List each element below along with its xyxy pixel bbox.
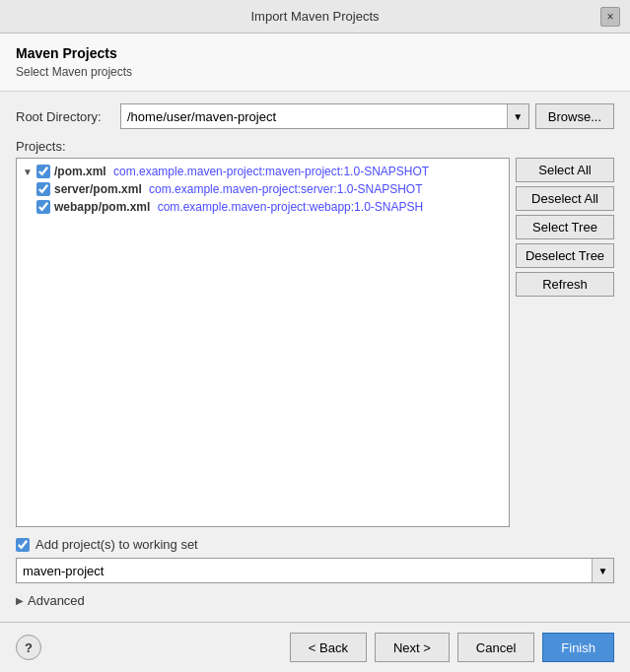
side-buttons: Select All Deselect All Select Tree Dese…: [516, 158, 614, 527]
working-set-label: Add project(s) to working set: [35, 537, 198, 552]
back-button[interactable]: < Back: [290, 633, 367, 662]
main-section: Root Directory: ▼ Browse... Projects: ▼ …: [0, 92, 630, 622]
root-dir-label: Root Directory:: [16, 109, 114, 124]
root-dir-dropdown-button[interactable]: ▼: [507, 104, 528, 128]
footer: ? < Back Next > Cancel Finish: [0, 622, 630, 672]
dialog-content: Maven Projects Select Maven projects Roo…: [0, 34, 630, 622]
help-button[interactable]: ?: [16, 635, 41, 660]
advanced-toggle-icon: ▶: [16, 595, 24, 606]
title-bar: Import Maven Projects ×: [0, 0, 630, 34]
tree-label-root: /pom.xml: [54, 165, 106, 178]
refresh-button[interactable]: Refresh: [516, 272, 614, 297]
tree-toggle-root[interactable]: ▼: [21, 165, 35, 178]
cancel-button[interactable]: Cancel: [457, 633, 534, 662]
projects-area: ▼ /pom.xml com.example.maven-project:mav…: [16, 158, 614, 527]
root-dir-combo: ▼: [120, 103, 529, 129]
tree-label-server: server/pom.xml: [54, 182, 142, 196]
browse-button[interactable]: Browse...: [535, 103, 614, 129]
advanced-row[interactable]: ▶ Advanced: [16, 591, 614, 610]
working-set-dropdown-button[interactable]: ▼: [592, 559, 613, 582]
header-title: Maven Projects: [16, 45, 614, 61]
tree-checkbox-root[interactable]: [36, 165, 50, 178]
working-set-combo-row: ▼: [16, 558, 614, 583]
finish-button[interactable]: Finish: [542, 633, 614, 662]
advanced-label: Advanced: [28, 593, 85, 608]
projects-tree[interactable]: ▼ /pom.xml com.example.maven-project:mav…: [16, 158, 510, 527]
working-set-combo: ▼: [16, 558, 614, 583]
header-subtitle: Select Maven projects: [16, 65, 614, 79]
root-dir-row: Root Directory: ▼ Browse...: [16, 103, 614, 129]
tree-artifact-root: com.example.maven-project:maven-project:…: [110, 165, 429, 178]
dialog-title: Import Maven Projects: [30, 9, 600, 24]
working-set-checkbox[interactable]: [16, 538, 30, 552]
select-all-button[interactable]: Select All: [516, 158, 614, 182]
working-set-input[interactable]: [17, 559, 592, 582]
tree-label-webapp: webapp/pom.xml: [54, 200, 150, 214]
projects-label: Projects:: [16, 139, 614, 154]
root-dir-input[interactable]: [121, 104, 507, 128]
footer-right: < Back Next > Cancel Finish: [290, 633, 614, 662]
select-tree-button[interactable]: Select Tree: [516, 215, 614, 239]
header-section: Maven Projects Select Maven projects: [0, 34, 630, 92]
tree-item-server[interactable]: server/pom.xml com.example.maven-project…: [17, 180, 509, 198]
tree-artifact-server: com.example.maven-project:server:1.0-SNA…: [146, 182, 423, 196]
tree-checkbox-webapp[interactable]: [36, 200, 50, 214]
deselect-tree-button[interactable]: Deselect Tree: [516, 243, 614, 268]
working-set-row: Add project(s) to working set: [16, 537, 614, 552]
close-button[interactable]: ×: [600, 7, 620, 27]
tree-checkbox-server[interactable]: [36, 182, 50, 196]
deselect-all-button[interactable]: Deselect All: [516, 186, 614, 211]
footer-left: ?: [16, 635, 41, 660]
tree-artifact-webapp: com.example.maven-project:webapp:1.0-SNA…: [154, 200, 423, 214]
tree-item-webapp[interactable]: webapp/pom.xml com.example.maven-project…: [17, 198, 509, 216]
next-button[interactable]: Next >: [375, 633, 450, 662]
tree-item-root[interactable]: ▼ /pom.xml com.example.maven-project:mav…: [17, 163, 509, 180]
